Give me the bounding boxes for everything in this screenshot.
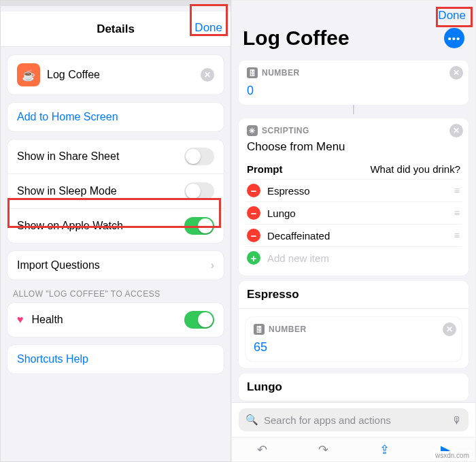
status-bar-stub: [1, 1, 231, 6]
shortcuts-help-button[interactable]: Shortcuts Help: [7, 345, 224, 374]
menu-item-label: Decaffeinated: [267, 230, 330, 242]
search-placeholder: Search for apps and actions: [264, 414, 446, 426]
show-share-sheet-row: Show in Share Sheet: [7, 139, 224, 174]
number-action-1[interactable]: 🗄 NUMBER ✕ 0: [239, 61, 469, 105]
heart-icon: ♥: [17, 314, 24, 326]
prompt-row: Prompt What did you drink?: [245, 159, 462, 179]
gear-icon: ✳: [247, 125, 258, 136]
search-input[interactable]: 🔍 Search for apps and actions 🎙: [239, 408, 469, 431]
remove-item-icon[interactable]: −: [247, 229, 260, 242]
scripting-action-header: ✳ SCRIPTING: [245, 122, 462, 139]
access-section-header: ALLOW "LOG COFFEE" TO ACCESS: [1, 280, 231, 303]
show-apple-watch-row: Show on Apple Watch: [7, 208, 224, 243]
show-share-sheet-label: Show in Share Sheet: [17, 150, 184, 163]
details-pane: Details Done ☕ Log Coffee ✕ Add to Home …: [0, 0, 231, 462]
number-action-2[interactable]: 🗄 NUMBER ✕ 65: [245, 317, 462, 361]
done-button[interactable]: Done: [194, 21, 222, 35]
number2-tag: NUMBER: [269, 325, 307, 334]
add-item-icon[interactable]: +: [247, 251, 260, 265]
add-to-home-button[interactable]: Add to Home Screen: [7, 103, 224, 131]
access-card: ♥ Health: [7, 303, 224, 337]
prompt-value[interactable]: What did you drink?: [370, 163, 460, 175]
espresso-number-action[interactable]: 🗄 NUMBER ✕ 65: [239, 309, 469, 368]
show-sleep-mode-label: Show in Sleep Mode: [17, 185, 184, 197]
details-title: Details: [97, 22, 135, 36]
espresso-section-label: Espresso: [239, 281, 469, 309]
calculator-icon: 🗄: [247, 67, 258, 78]
health-access-row: ♥ Health: [7, 303, 224, 337]
choose-menu-title: Choose from Menu: [245, 139, 462, 159]
number2-header: 🗄 NUMBER: [252, 321, 455, 337]
number-action-header: 🗄 NUMBER: [245, 65, 462, 81]
coffee-icon: ☕: [17, 63, 40, 86]
drag-handle-icon[interactable]: ≡: [454, 208, 460, 218]
more-menu-button[interactable]: •••: [444, 28, 464, 48]
editor-pane: Done Log Coffee ••• 🗄 NUMBER ✕ 0 ✳ SCRIP…: [231, 0, 476, 462]
help-card: Shortcuts Help: [7, 345, 224, 374]
menu-item-label: Espresso: [267, 185, 310, 197]
sleep-mode-toggle[interactable]: [184, 182, 214, 200]
shortcut-name: Log Coffee: [47, 69, 201, 81]
show-settings-card: Show in Share Sheet Show in Sleep Mode S…: [7, 139, 224, 243]
health-toggle[interactable]: [184, 311, 214, 329]
number2-value[interactable]: 65: [252, 337, 455, 354]
lungo-section-label: Lungo: [239, 374, 469, 401]
undo-icon[interactable]: ↶: [257, 442, 267, 457]
drag-handle-icon[interactable]: ≡: [454, 230, 460, 241]
done-button-right[interactable]: Done: [438, 9, 466, 22]
editor-header: Done: [232, 1, 475, 22]
prompt-label: Prompt: [247, 163, 283, 175]
apple-watch-toggle[interactable]: [184, 217, 214, 235]
remove-item-icon[interactable]: −: [247, 206, 260, 220]
connector-line: [353, 105, 354, 114]
menu-item-lungo[interactable]: − Lungo ≡: [245, 201, 462, 224]
import-questions-label: Import Questions: [17, 259, 211, 271]
show-apple-watch-label: Show on Apple Watch: [17, 220, 184, 232]
add-menu-item[interactable]: + Add new item: [245, 246, 462, 269]
show-sleep-mode-row: Show in Sleep Mode: [7, 174, 224, 208]
clear-name-icon[interactable]: ✕: [201, 68, 214, 82]
remove-menu-action-icon[interactable]: ✕: [449, 124, 463, 137]
shortcut-name-row[interactable]: ☕ Log Coffee ✕: [7, 55, 224, 95]
redo-icon[interactable]: ↷: [318, 442, 328, 457]
scripting-tag: SCRIPTING: [262, 126, 309, 135]
add-item-label: Add new item: [267, 252, 329, 264]
remove-number2-icon[interactable]: ✕: [443, 323, 456, 336]
drag-handle-icon[interactable]: ≡: [454, 185, 460, 196]
shortcut-name-card: ☕ Log Coffee ✕: [7, 55, 224, 95]
dictation-icon[interactable]: 🎙: [452, 414, 462, 426]
add-home-card: Add to Home Screen: [7, 103, 224, 131]
number-value[interactable]: 0: [245, 81, 462, 98]
share-sheet-toggle[interactable]: [184, 148, 214, 165]
shortcut-title: Log Coffee: [243, 27, 350, 50]
menu-item-espresso[interactable]: − Espresso ≡: [245, 179, 462, 201]
editor-title-row: Log Coffee •••: [232, 22, 475, 56]
calculator-icon: 🗄: [254, 324, 265, 335]
import-card: Import Questions ›: [7, 251, 224, 280]
menu-item-decaf[interactable]: − Decaffeinated ≡: [245, 224, 462, 246]
source-watermark: wsxdn.com: [433, 451, 471, 460]
search-bar: 🔍 Search for apps and actions 🎙: [232, 402, 475, 437]
menu-item-label: Lungo: [267, 208, 296, 219]
magnifier-icon: 🔍: [245, 414, 258, 426]
remove-item-icon[interactable]: −: [247, 184, 260, 197]
menu-action[interactable]: ✳ SCRIPTING ✕ Choose from Menu Prompt Wh…: [239, 118, 469, 276]
import-questions-button[interactable]: Import Questions ›: [7, 251, 224, 280]
share-icon[interactable]: ⇪: [379, 442, 390, 457]
number-tag: NUMBER: [262, 68, 300, 78]
health-label: Health: [32, 314, 185, 326]
remove-action-icon[interactable]: ✕: [449, 66, 463, 80]
details-header: Details Done: [1, 12, 231, 47]
chevron-right-icon: ›: [211, 259, 214, 271]
